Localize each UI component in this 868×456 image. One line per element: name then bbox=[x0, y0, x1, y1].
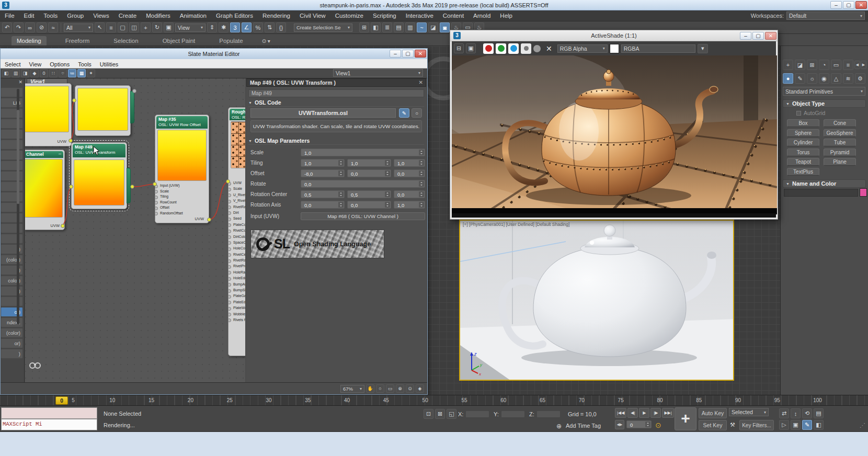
node-input-socket[interactable]: U_Rivets bbox=[229, 193, 245, 199]
offset-z-field[interactable]: 0,0 bbox=[394, 169, 425, 177]
primitive-button[interactable]: Sphere bbox=[787, 129, 819, 137]
offset-x-field[interactable]: -8,0 bbox=[301, 169, 345, 177]
slate-minimize-button[interactable]: – bbox=[390, 50, 401, 58]
create-category-icon[interactable]: ◉ bbox=[819, 73, 829, 84]
menu-item[interactable]: Tools bbox=[39, 13, 62, 19]
node-input-socket[interactable]: Scale bbox=[229, 187, 245, 192]
create-key-button[interactable]: + bbox=[675, 407, 696, 430]
node-input-socket[interactable]: HoleRadius bbox=[229, 270, 245, 276]
node-view[interactable]: View1 UVW Channel– UVW Map #49OSL: UVW T… bbox=[25, 78, 245, 383]
command-panel-tab[interactable]: ⊞ bbox=[807, 60, 817, 70]
slate-close-button[interactable]: ✕ bbox=[415, 50, 426, 58]
menu-item[interactable]: Create bbox=[114, 13, 142, 19]
browser-item[interactable] bbox=[1, 161, 23, 170]
status-icon[interactable]: ◧ bbox=[814, 420, 824, 430]
node-input-socket[interactable]: RivetCenter bbox=[229, 253, 245, 258]
primitive-button[interactable]: Pyramid bbox=[824, 149, 856, 156]
command-panel-tab[interactable]: + bbox=[783, 60, 793, 70]
add-time-tag[interactable]: Add Time Tag bbox=[566, 423, 601, 429]
toolbar-icon[interactable]: ▥ bbox=[405, 22, 415, 32]
status-icon[interactable]: ↕ bbox=[791, 408, 801, 418]
auto-key-button[interactable]: Auto Key bbox=[699, 408, 727, 418]
node-input-socket[interactable]: RivetColor bbox=[229, 229, 245, 234]
selection-filter-dropdown[interactable]: All▾ bbox=[64, 24, 93, 32]
toolbar-icon[interactable]: + bbox=[141, 22, 151, 32]
node-input-socket[interactable]: V_Rivets bbox=[229, 199, 245, 204]
node-input-socket[interactable]: Rivets follow bbox=[229, 318, 245, 324]
osl-link-icon[interactable]: ✎ bbox=[399, 108, 409, 118]
track-bar[interactable]: 0 51015202530354045505560657075808590951… bbox=[0, 395, 868, 406]
node-input-socket[interactable]: HoleEdge bbox=[229, 276, 245, 282]
activeshade-tool-icon[interactable]: ▣ bbox=[466, 43, 476, 53]
node-socket[interactable] bbox=[132, 89, 136, 93]
toolbar-icon[interactable]: % bbox=[253, 22, 263, 32]
minimize-button[interactable]: – bbox=[830, 1, 842, 9]
node-input-socket[interactable]: RivetRadius bbox=[229, 205, 245, 211]
red-channel-button[interactable] bbox=[483, 43, 494, 54]
browser-item[interactable] bbox=[1, 119, 23, 129]
toolbar-icon[interactable]: ↻ bbox=[152, 22, 162, 32]
browser-scrollbar[interactable] bbox=[17, 89, 19, 324]
key-filters-button[interactable]: Key Filters... bbox=[739, 420, 774, 430]
name-color-rollout[interactable]: ▼Name and Color bbox=[782, 179, 866, 188]
osl-search-icon[interactable]: ○ bbox=[412, 108, 422, 118]
node-input-socket[interactable]: BumpShape bbox=[229, 288, 245, 294]
node-input-socket[interactable]: RowCount bbox=[155, 200, 209, 206]
menu-item[interactable]: Customize bbox=[330, 13, 368, 19]
activeshade-close-button[interactable]: ✕ bbox=[765, 32, 776, 40]
slate-toolbar-icon[interactable]: ≔ bbox=[68, 69, 76, 77]
browser-item[interactable]: ) bbox=[1, 286, 23, 296]
toolbar-icon[interactable]: ◫ bbox=[129, 22, 139, 32]
current-frame-field[interactable]: 0 bbox=[626, 420, 652, 428]
primitive-button[interactable]: Cone bbox=[824, 119, 856, 127]
playback-button[interactable]: ▶ bbox=[639, 408, 649, 418]
slate-menu-item[interactable]: Tools bbox=[74, 61, 96, 67]
green-channel-button[interactable] bbox=[496, 43, 506, 54]
primitive-button[interactable]: GeoSphere bbox=[824, 129, 856, 137]
status-icon[interactable]: ⟲ bbox=[802, 408, 812, 418]
slate-nav-icon[interactable]: ▭ bbox=[386, 384, 394, 393]
scale-field[interactable]: 1,0 bbox=[301, 149, 425, 156]
ribbon-tab[interactable]: Selection bbox=[108, 36, 143, 45]
toolbar-icon[interactable]: ∠ bbox=[242, 22, 252, 32]
clear-button[interactable]: ✕ bbox=[543, 44, 555, 53]
command-panel-tab[interactable]: ≡ bbox=[843, 60, 853, 70]
ribbon-tab[interactable]: Freeform bbox=[60, 36, 95, 45]
primitive-button[interactable]: Box bbox=[787, 119, 819, 127]
map35-node[interactable]: Map #35OSL: UVW Row Offset Input (UVW)Sc… bbox=[155, 115, 209, 223]
param-close-icon[interactable]: ✕ bbox=[419, 79, 423, 85]
primitive-button[interactable]: Tube bbox=[824, 139, 856, 146]
x-coordinate-field[interactable] bbox=[465, 411, 489, 418]
playback-button[interactable]: ◀| bbox=[627, 408, 638, 418]
activeshade-tool-icon[interactable]: ⊟ bbox=[454, 43, 464, 53]
node-collapse-icon[interactable]: – bbox=[59, 151, 61, 157]
browser-item[interactable]: or) bbox=[1, 307, 23, 317]
slate-titlebar[interactable]: Slate Material Editor – ▢ ✕ bbox=[1, 49, 427, 59]
slate-menu-item[interactable]: Utilities bbox=[96, 61, 122, 67]
osl-file-button[interactable]: UVWTransform.osl bbox=[250, 108, 396, 118]
slate-toolbar-icon[interactable]: ∷ bbox=[49, 69, 58, 77]
command-panel-tab[interactable]: ◪ bbox=[795, 60, 805, 70]
primitive-button[interactable]: Plane bbox=[824, 158, 856, 166]
workspace-dropdown[interactable]: Default▾ bbox=[786, 12, 865, 20]
menu-item[interactable]: File bbox=[0, 13, 19, 19]
menu-item[interactable]: Edit bbox=[19, 13, 39, 19]
toolbar-icon[interactable]: ↶ bbox=[2, 22, 12, 32]
toolbar-icon[interactable]: ⊘ bbox=[37, 22, 47, 32]
menu-item[interactable]: Modifiers bbox=[141, 13, 175, 19]
find-binoculars-icon[interactable] bbox=[29, 361, 41, 369]
key-step-icon[interactable]: ◀▶ bbox=[615, 420, 624, 429]
browser-item[interactable] bbox=[1, 108, 23, 118]
slate-menu-item[interactable]: View bbox=[25, 61, 46, 67]
status-icon[interactable]: ✎ bbox=[802, 420, 812, 430]
status-icon[interactable]: ◱ bbox=[447, 409, 456, 419]
toolbar-icon[interactable]: ⊞ bbox=[359, 22, 369, 32]
node-input-socket[interactable]: Seed bbox=[229, 216, 245, 222]
rotcenter-z-field[interactable]: 0,0 bbox=[394, 190, 425, 198]
channel-display-dropdown[interactable]: RGB Alpha▾ bbox=[557, 44, 608, 53]
browser-item[interactable] bbox=[1, 192, 23, 202]
maxscript-listener-pink[interactable] bbox=[1, 407, 97, 419]
toolbar-icon[interactable]: ◧ bbox=[371, 22, 381, 32]
toolbar-icon[interactable]: ⇅ bbox=[265, 22, 275, 32]
menu-item[interactable]: Content bbox=[438, 13, 469, 19]
